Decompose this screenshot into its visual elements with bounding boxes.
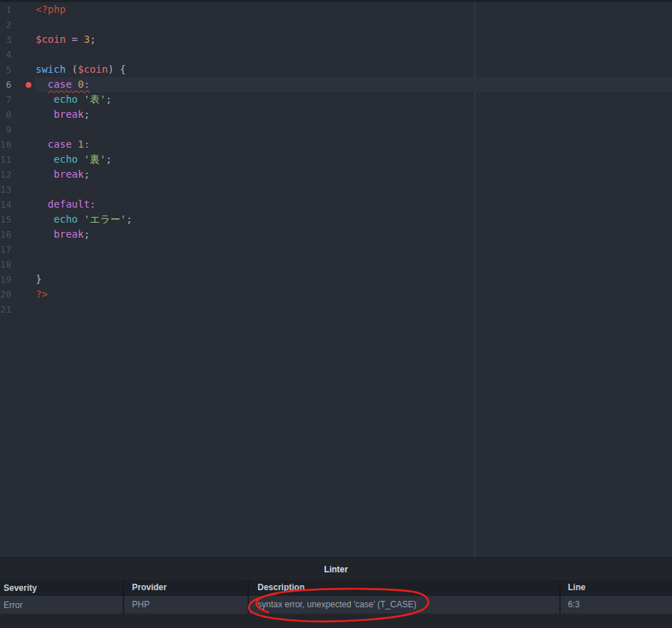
code-text: default: — [36, 197, 672, 212]
code-text — [36, 47, 672, 62]
linter-cell-provider[interactable]: PHP — [123, 596, 248, 614]
line-number[interactable]: 17 — [0, 242, 11, 257]
line-number[interactable]: 20 — [0, 287, 11, 302]
linter-cell-line[interactable]: 6:3 — [559, 596, 672, 614]
gutter[interactable]: 15 — [0, 212, 36, 227]
linter-cell-description[interactable]: syntax error, unexpected 'case' (T_CASE) — [248, 596, 559, 614]
linter-panel: Linter SeverityProviderDescriptionLine E… — [0, 557, 672, 628]
code-line[interactable]: 16 break; — [0, 227, 672, 242]
code-text — [36, 302, 672, 317]
line-number[interactable]: 7 — [0, 92, 11, 107]
linter-error-row[interactable]: ErrorPHPsyntax error, unexpected 'case' … — [0, 596, 672, 614]
gutter[interactable]: 21 — [0, 302, 36, 317]
linter-header-row: SeverityProviderDescriptionLine — [0, 580, 672, 596]
code-text — [36, 17, 672, 32]
code-line[interactable]: 21 — [0, 302, 672, 317]
code-text — [36, 182, 672, 197]
line-number[interactable]: 6 — [0, 77, 11, 92]
gutter[interactable]: 9 — [0, 122, 36, 137]
line-number[interactable]: 8 — [0, 107, 11, 122]
line-number[interactable]: 10 — [0, 137, 11, 152]
gutter[interactable]: 7 — [0, 92, 36, 107]
code-line[interactable]: 3$coin = 3; — [0, 32, 672, 47]
line-number[interactable]: 4 — [0, 47, 11, 62]
line-number[interactable]: 18 — [0, 257, 11, 272]
code-line[interactable]: 10 case 1: — [0, 137, 672, 152]
code-line[interactable]: 4 — [0, 47, 672, 62]
linter-panel-title: Linter — [0, 558, 672, 580]
linter-filler — [0, 614, 672, 628]
line-number[interactable]: 1 — [0, 2, 11, 17]
line-number[interactable]: 2 — [0, 17, 11, 32]
code-line[interactable]: 20?> — [0, 287, 672, 302]
code-editor[interactable]: 1<?php23$coin = 3;45swich ($coin) {6 cas… — [0, 0, 672, 557]
gutter[interactable]: 19 — [0, 272, 36, 287]
gutter[interactable]: 10 — [0, 137, 36, 152]
gutter[interactable]: 18 — [0, 257, 36, 272]
gutter[interactable]: 16 — [0, 227, 36, 242]
gutter[interactable]: 2 — [0, 17, 36, 32]
code-line[interactable]: 18 — [0, 257, 672, 272]
code-text: swich ($coin) { — [36, 62, 672, 77]
code-text — [36, 122, 672, 137]
gutter[interactable]: 4 — [0, 47, 36, 62]
gutter[interactable]: 5 — [0, 62, 36, 77]
gutter[interactable]: 3 — [0, 32, 36, 47]
line-number[interactable]: 16 — [0, 227, 11, 242]
line-number[interactable]: 13 — [0, 182, 11, 197]
gutter[interactable]: 11 — [0, 152, 36, 167]
code-text: break; — [36, 107, 672, 122]
linter-cell-severity[interactable]: Error — [0, 600, 123, 610]
gutter[interactable]: 6 — [0, 77, 36, 92]
gutter[interactable]: 17 — [0, 242, 36, 257]
code-text: case 1: — [36, 137, 672, 152]
line-number[interactable]: 19 — [0, 272, 11, 287]
linter-column-header: Provider — [123, 580, 248, 596]
linter-column-header: Description — [248, 580, 559, 596]
code-text: ?> — [36, 287, 672, 302]
line-number[interactable]: 5 — [0, 62, 11, 77]
code-line[interactable]: 1<?php — [0, 2, 672, 17]
error-underline: case 0: — [48, 78, 90, 90]
gutter[interactable]: 13 — [0, 182, 36, 197]
code-line[interactable]: 17 — [0, 242, 672, 257]
gutter[interactable]: 8 — [0, 107, 36, 122]
code-line[interactable]: 11 echo '裏'; — [0, 152, 672, 167]
linter-column-header: Line — [559, 580, 672, 596]
error-dot-icon — [26, 82, 31, 88]
code-text: <?php — [36, 2, 672, 17]
line-number[interactable]: 3 — [0, 32, 11, 47]
code-line[interactable]: 5swich ($coin) { — [0, 62, 672, 77]
code-line[interactable]: 19} — [0, 272, 672, 287]
code-line[interactable]: 8 break; — [0, 107, 672, 122]
code-line[interactable]: 6 case 0: — [0, 77, 672, 92]
code-line[interactable]: 13 — [0, 182, 672, 197]
gutter[interactable]: 1 — [0, 2, 36, 17]
code-line[interactable]: 14 default: — [0, 197, 672, 212]
code-text — [36, 257, 672, 272]
line-number[interactable]: 11 — [0, 152, 11, 167]
line-number[interactable]: 12 — [0, 167, 11, 182]
linter-column-header: Severity — [0, 583, 123, 593]
code-text: echo 'エラー'; — [36, 212, 672, 227]
code-text: } — [36, 272, 672, 287]
code-text: break; — [36, 167, 672, 182]
code-lines: 1<?php23$coin = 3;45swich ($coin) {6 cas… — [0, 2, 672, 317]
code-line[interactable]: 7 echo '表'; — [0, 92, 672, 107]
code-line[interactable]: 2 — [0, 17, 672, 32]
code-text: break; — [36, 227, 672, 242]
gutter[interactable]: 14 — [0, 197, 36, 212]
code-text: echo '裏'; — [36, 152, 672, 167]
gutter[interactable]: 12 — [0, 167, 36, 182]
line-number[interactable]: 14 — [0, 197, 11, 212]
line-number[interactable]: 9 — [0, 122, 11, 137]
gutter[interactable]: 20 — [0, 287, 36, 302]
line-number[interactable]: 21 — [0, 302, 11, 317]
code-text: echo '表'; — [36, 92, 672, 107]
code-line[interactable]: 12 break; — [0, 167, 672, 182]
code-line[interactable]: 15 echo 'エラー'; — [0, 212, 672, 227]
code-line[interactable]: 9 — [0, 122, 672, 137]
code-text — [36, 242, 672, 257]
code-text: case 0: — [36, 77, 672, 92]
line-number[interactable]: 15 — [0, 212, 11, 227]
